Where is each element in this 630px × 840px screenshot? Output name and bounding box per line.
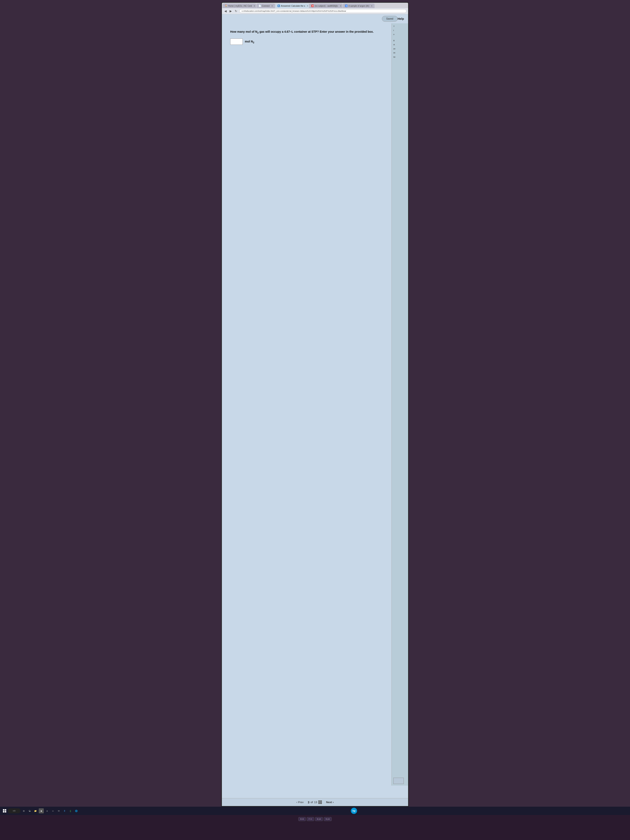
- answer-row: mol N2: [230, 38, 400, 45]
- tab-argon-close[interactable]: ✕: [371, 5, 373, 7]
- side-panel-as: as: [393, 52, 406, 54]
- next-button[interactable]: Next ›: [326, 801, 334, 804]
- taskbar-left: rch ⊞ 🌤 📁 ■ a ∞ ✉ ê ğ 🌐: [2, 808, 79, 813]
- home-favicon: 🏠: [225, 5, 227, 7]
- files-icon[interactable]: 📁: [33, 808, 38, 813]
- browser-chrome: 🏠 Home | myEOL | NC Cent ✕ 📄 Connect ✕ b…: [222, 3, 408, 14]
- hp-label: hp: [352, 809, 355, 812]
- browser-content: Saved Help How many mol of N2 gas will o…: [222, 14, 408, 806]
- edge-icon[interactable]: 🌐: [74, 808, 79, 813]
- question-part1: How many mol of N: [230, 30, 257, 33]
- side-panel-qu: qu: [393, 55, 406, 58]
- question-area: How many mol of N2 gas will occupy a 4.6…: [222, 23, 408, 51]
- search-label: rch: [13, 810, 16, 812]
- toolbar-right: Help: [398, 17, 404, 21]
- address-bar-row: ◀ ▶ ↻ o.mheducation.com/ext/map/index.ht…: [222, 8, 408, 14]
- tab-answered-label: Answered: Calculate the s: [281, 5, 305, 7]
- side-panel-box: [393, 778, 404, 784]
- side-panel-o: o: [393, 33, 406, 36]
- content-inner: How many mol of N2 gas will occupy a 4.6…: [222, 23, 408, 798]
- search-bar[interactable]: rch: [8, 808, 21, 813]
- saved-button-container: Saved: [382, 16, 398, 22]
- tab-bar: 🏠 Home | myEOL | NC Cent ✕ 📄 Connect ✕ b…: [222, 3, 408, 8]
- prev-label: Prev: [298, 801, 303, 804]
- side-panel-an: an: [393, 47, 406, 51]
- reload-button[interactable]: ↻: [234, 9, 238, 13]
- browser-icon2[interactable]: ğ: [68, 808, 73, 813]
- side-panel-st: st: [393, 43, 406, 46]
- svg-rect-3: [5, 811, 6, 813]
- windows-start-button[interactable]: [2, 808, 7, 813]
- side-panel-y: Y: [393, 25, 406, 28]
- key-f8: f8 |44: [315, 817, 323, 821]
- tab-home-close[interactable]: ✕: [254, 5, 255, 7]
- content-toolbar: Saved Help: [222, 14, 408, 23]
- side-panel-b: B: [393, 39, 406, 42]
- tab-email-label: (no subject) - awill658@c: [314, 5, 338, 7]
- back-button[interactable]: ◀: [224, 9, 227, 13]
- connect-favicon: 📄: [259, 5, 261, 7]
- saved-button[interactable]: Saved: [382, 16, 398, 22]
- of-label: of: [311, 801, 313, 804]
- infinity-icon[interactable]: ∞: [51, 808, 55, 813]
- current-page: 3: [308, 801, 309, 804]
- argon-favicon: G: [345, 5, 347, 7]
- tab-answered[interactable]: b Answered: Calculate the s ✕: [275, 3, 309, 8]
- key-f6: f6 40: [298, 817, 306, 821]
- side-panel-t: t: [393, 29, 406, 32]
- help-button[interactable]: Help: [398, 17, 404, 21]
- mail-icon[interactable]: ✉: [56, 808, 61, 813]
- address-bar[interactable]: o.mheducation.com/ext/map/index.html?_co…: [239, 9, 406, 13]
- total-pages: 13: [314, 801, 317, 804]
- taskbar-center: hp: [80, 808, 628, 814]
- answer-input[interactable]: [230, 38, 243, 45]
- prev-chevron-icon: ‹: [296, 801, 297, 804]
- nav-footer: ‹ Prev 3 of 13 Next ›: [222, 798, 408, 806]
- taskbar: rch ⊞ 🌤 📁 ■ a ∞ ✉ ê ğ 🌐 hp: [0, 807, 630, 815]
- tab-home-label: Home | myEOL | NC Cent: [228, 5, 252, 7]
- hp-logo: hp: [351, 808, 357, 814]
- svg-rect-1: [5, 809, 6, 811]
- svg-rect-0: [3, 809, 5, 811]
- tab-connect[interactable]: 📄 Connect ✕: [256, 3, 275, 8]
- key-f7: f7 4+: [307, 817, 314, 821]
- prev-button[interactable]: ‹ Prev: [296, 801, 303, 804]
- tab-connect-close[interactable]: ✕: [271, 5, 273, 7]
- next-chevron-icon: ›: [333, 801, 334, 804]
- tab-connect-label: Connect: [262, 5, 270, 7]
- question-text: How many mol of N2 gas will occupy a 4.6…: [230, 30, 376, 35]
- task-view-button[interactable]: ⊞: [21, 808, 26, 813]
- keyboard-area: f6 40 f7 4+ f8 |44 f9 |44: [0, 815, 630, 840]
- question-part2: gas will occupy a 4.67–L container at ST…: [259, 30, 374, 33]
- keyboard-row: f6 40 f7 4+ f8 |44 f9 |44: [298, 817, 332, 821]
- page-indicator: 3 of 13: [308, 801, 322, 804]
- tab-email-close[interactable]: ✕: [340, 5, 341, 7]
- grid-icon[interactable]: [318, 801, 322, 804]
- weather-icon[interactable]: 🌤: [27, 808, 32, 813]
- email-favicon: M: [311, 5, 314, 7]
- store-icon[interactable]: ■: [39, 808, 44, 813]
- key-f9: f9 |44: [324, 817, 332, 821]
- tab-argon-label: A sample of argon (Ar): [348, 5, 369, 7]
- browser-icon1[interactable]: ê: [62, 808, 67, 813]
- next-label: Next: [326, 801, 332, 804]
- tab-argon[interactable]: G A sample of argon (Ar) ✕: [343, 3, 374, 8]
- tab-home[interactable]: 🏠 Home | myEOL | NC Cent ✕: [223, 3, 256, 8]
- forward-button[interactable]: ▶: [229, 9, 233, 13]
- tab-email[interactable]: M (no subject) - awill658@c ✕: [309, 3, 343, 8]
- unit-label: mol N2: [245, 40, 254, 44]
- svg-rect-2: [3, 811, 5, 813]
- answered-favicon: b: [278, 5, 280, 7]
- side-panel: Y t o B st an as qu: [392, 23, 408, 786]
- tab-answered-close[interactable]: ✕: [307, 5, 308, 7]
- text-editor-icon[interactable]: a: [44, 808, 50, 813]
